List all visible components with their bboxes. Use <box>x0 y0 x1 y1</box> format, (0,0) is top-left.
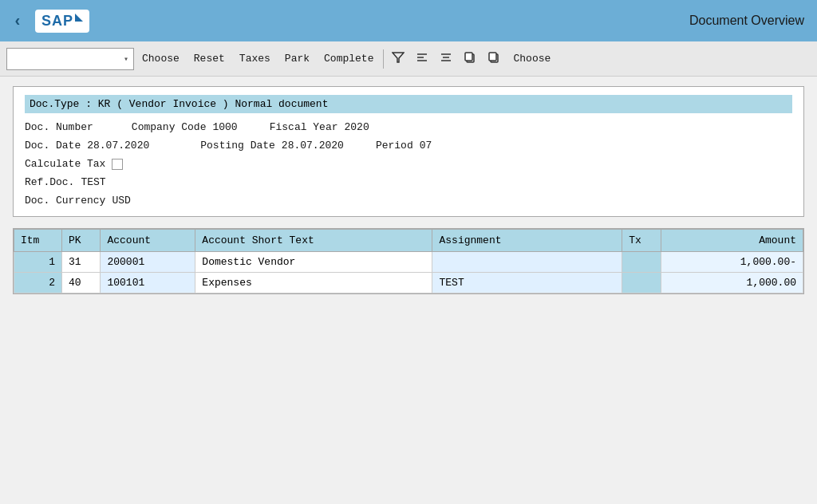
doc-type-header: Doc.Type : KR ( Vendor Invoice ) Normal … <box>25 95 792 113</box>
ref-doc-label: Ref.Doc. <box>25 176 74 188</box>
posting-date-label: Posting Date <box>200 140 275 152</box>
row1-assignment <box>432 252 622 273</box>
chevron-down-icon: ▾ <box>124 54 128 64</box>
doc-currency-label: Doc. Currency <box>25 195 105 207</box>
toolbar-dropdown[interactable]: ▾ <box>6 48 134 70</box>
line-items-table: Itm PK Account Account Short Text Assign… <box>13 228 804 294</box>
col-pk: PK <box>62 230 101 252</box>
row1-amount: 1,000.00- <box>661 252 803 273</box>
period-value: 07 <box>420 140 432 152</box>
company-code-label: Company Code <box>132 121 207 133</box>
svg-rect-10 <box>489 53 496 61</box>
row2-amount: 1,000.00 <box>661 273 803 293</box>
company-code-value: 1000 <box>212 121 237 133</box>
complete-button[interactable]: Complete <box>318 49 380 68</box>
col-short-text: Account Short Text <box>195 230 432 252</box>
posting-date-value: 28.07.2020 <box>282 140 344 152</box>
main-content: Doc.Type : KR ( Vendor Invoice ) Normal … <box>0 77 817 304</box>
col-assignment: Assignment <box>432 230 622 252</box>
calculate-tax-field: Calculate Tax <box>25 156 792 171</box>
sap-triangle-icon <box>75 14 83 22</box>
filter-icon[interactable] <box>387 48 409 69</box>
align-center-icon[interactable] <box>435 48 457 69</box>
park-button[interactable]: Park <box>278 49 316 68</box>
sap-logo-text: SAP <box>41 13 73 30</box>
choose2-button[interactable]: Choose <box>507 49 557 68</box>
dropdown-input[interactable] <box>12 53 124 65</box>
row2-account: 100101 <box>101 273 195 293</box>
row1-short-text: Domestic Vendor <box>195 252 432 273</box>
col-tx: Tx <box>622 230 661 252</box>
fiscal-year-value: 2020 <box>345 121 369 133</box>
page-title: Document Overview <box>99 14 804 28</box>
fiscal-year-field: Fiscal Year 2020 <box>270 120 369 135</box>
toolbar: ▾ Choose Reset Taxes Park Complete Choos… <box>0 41 817 77</box>
col-account: Account <box>101 230 195 252</box>
posting-date-field: Posting Date 28.07.2020 <box>200 138 344 153</box>
doc-number-label: Doc. Number <box>25 121 93 133</box>
doc-number-field: Doc. Number <box>25 120 100 135</box>
row2-pk: 40 <box>62 273 101 293</box>
calculate-tax-checkbox[interactable] <box>112 159 123 170</box>
document-info-box: Doc.Type : KR ( Vendor Invoice ) Normal … <box>13 86 804 217</box>
separator <box>383 49 384 69</box>
table-row: 2 40 100101 Expenses TEST 1,000.00 <box>14 273 803 293</box>
calculate-tax-label: Calculate Tax <box>25 158 105 170</box>
period-field: Period 07 <box>376 138 432 153</box>
doc-currency-field: Doc. Currency USD <box>25 193 792 208</box>
fiscal-year-label: Fiscal Year <box>270 121 338 133</box>
doc-date-label: Doc. Date <box>25 140 81 152</box>
row2-tx <box>622 273 661 293</box>
row2-short-text: Expenses <box>195 273 432 293</box>
align-left-icon[interactable] <box>411 48 433 69</box>
choose-button[interactable]: Choose <box>136 49 186 68</box>
data-table: Itm PK Account Account Short Text Assign… <box>14 229 803 293</box>
table-header-row: Itm PK Account Account Short Text Assign… <box>14 230 803 252</box>
col-itm: Itm <box>14 230 62 252</box>
doc-date-field: Doc. Date 28.07.2020 <box>25 138 149 153</box>
header-bar: ‹ SAP Document Overview <box>0 0 817 41</box>
row2-assignment: TEST <box>432 273 622 293</box>
doc-date-value: 28.07.2020 <box>87 140 149 152</box>
ref-doc-field: Ref.Doc. TEST <box>25 175 792 190</box>
company-code-field: Company Code 1000 <box>132 120 238 135</box>
ref-doc-value: TEST <box>81 176 105 188</box>
table-row: 1 31 200001 Domestic Vendor 1,000.00- <box>14 252 803 273</box>
svg-marker-0 <box>393 53 404 62</box>
copy2-icon[interactable] <box>483 48 505 69</box>
reset-button[interactable]: Reset <box>187 49 231 68</box>
taxes-button[interactable]: Taxes <box>233 49 277 68</box>
row1-account: 200001 <box>101 252 195 273</box>
copy-icon[interactable] <box>459 48 481 69</box>
row1-itm: 1 <box>14 252 62 273</box>
doc-currency-value: USD <box>112 195 130 207</box>
back-button[interactable]: ‹ <box>13 12 22 30</box>
row1-tx <box>622 252 661 273</box>
col-amount: Amount <box>661 230 803 252</box>
svg-rect-8 <box>465 53 472 61</box>
row1-pk: 31 <box>62 252 101 273</box>
sap-logo: SAP <box>35 10 89 33</box>
row2-itm: 2 <box>14 273 62 293</box>
period-label: Period <box>376 140 413 152</box>
